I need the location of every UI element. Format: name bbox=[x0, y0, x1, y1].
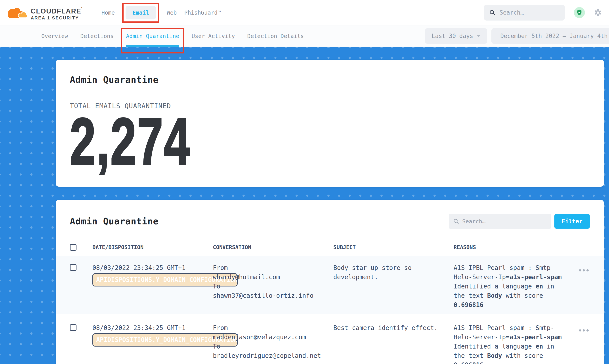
table-row: 08/03/2022 23:34:25 GMT+1 From whardy@ho… bbox=[56, 256, 604, 314]
to-address[interactable]: bradleyrodriguez@copeland.net bbox=[213, 351, 333, 361]
row-date: 08/03/2022 23:34:25 GMT+1 bbox=[92, 324, 186, 332]
top-bar: CLOUDFLARE’ AREA 1 SECURITY Home Email W… bbox=[0, 0, 609, 26]
cloudflare-logo[interactable]: CLOUDFLARE’ AREA 1 SECURITY bbox=[6, 3, 82, 22]
tab-overview[interactable]: Overview bbox=[41, 32, 68, 41]
date-range-label: December 5th 2022 — January 4th 2023 bbox=[500, 33, 609, 39]
active-tab-underline bbox=[126, 45, 179, 47]
period-selector[interactable]: Last 30 days bbox=[425, 28, 487, 44]
row-actions-button[interactable] bbox=[577, 268, 590, 274]
row-checkbox[interactable] bbox=[70, 324, 77, 331]
brand-name: CLOUDFLARE’ bbox=[31, 5, 82, 15]
reasons-cell: A1S IPBL Pearl spam : Smtp-Helo-Server-I… bbox=[454, 263, 577, 314]
chevron-down-icon bbox=[477, 35, 481, 37]
tab-admin-quarantine-label: Admin Quarantine bbox=[126, 33, 179, 39]
brand-text: CLOUDFLARE’ AREA 1 SECURITY bbox=[31, 5, 82, 21]
table-controls: Filter bbox=[449, 214, 590, 229]
date-controls: Last 30 days December 5th 2022 — January… bbox=[425, 28, 609, 44]
nav-item-email[interactable]: Email bbox=[126, 6, 156, 19]
table-row: 08/03/2022 23:34:25 GMT+1 From maddenjas… bbox=[56, 316, 604, 364]
row-checkbox[interactable] bbox=[70, 264, 77, 271]
row-subject: Best camera identify effect. bbox=[333, 323, 445, 333]
topbar-right-cluster bbox=[484, 5, 602, 21]
search-icon bbox=[453, 218, 459, 225]
to-address[interactable]: shawn37@castillo-ortiz.info bbox=[213, 291, 333, 300]
ellipsis-icon bbox=[579, 269, 589, 272]
tab-user-activity[interactable]: User Activity bbox=[192, 32, 235, 41]
column-header-reasons: REASONS bbox=[454, 244, 577, 250]
reasons-cell: A1S IPBL Pearl spam : Smtp-Helo-Server-I… bbox=[454, 323, 577, 364]
date-cell: 08/03/2022 23:34:25 GMT+1 bbox=[92, 263, 213, 314]
date-range-display[interactable]: December 5th 2022 — January 4th 2023 bbox=[491, 28, 609, 44]
summary-card: Admin Quarantine TOTAL EMAILS QUARANTINE… bbox=[56, 60, 604, 187]
table-card-title: Admin Quarantine bbox=[70, 216, 159, 226]
email-section-nav: Overview Detections Admin Quarantine Use… bbox=[0, 26, 609, 47]
to-label: To bbox=[213, 282, 333, 291]
tab-admin-quarantine[interactable]: Admin Quarantine bbox=[126, 32, 179, 41]
actions-cell bbox=[577, 323, 604, 364]
cloudflare-cloud-icon bbox=[6, 3, 28, 22]
column-header-subject: SUBJECT bbox=[333, 244, 454, 250]
subject-cell: Body star up store so development. bbox=[333, 263, 454, 314]
brand-subtitle: AREA 1 SECURITY bbox=[31, 15, 82, 21]
global-search-input[interactable] bbox=[500, 9, 559, 16]
table-header-row: DATE/DISPOSITION CONVERSATION SUBJECT RE… bbox=[56, 239, 604, 256]
table-search-input[interactable] bbox=[462, 218, 547, 225]
page-content: Admin Quarantine TOTAL EMAILS QUARANTINE… bbox=[0, 47, 609, 364]
row-reasons: A1S IPBL Pearl spam : Smtp-Helo-Server-I… bbox=[454, 323, 566, 364]
actions-cell bbox=[577, 263, 604, 314]
gear-icon[interactable] bbox=[594, 9, 602, 17]
table-card-header: Admin Quarantine Filter bbox=[56, 214, 604, 229]
period-selector-label: Last 30 days bbox=[432, 33, 473, 39]
section-tabs: Overview Detections Admin Quarantine Use… bbox=[41, 32, 304, 41]
global-search[interactable] bbox=[484, 5, 565, 21]
nav-item-home[interactable]: Home bbox=[101, 10, 115, 16]
row-reasons: A1S IPBL Pearl spam : Smtp-Helo-Server-I… bbox=[454, 263, 566, 310]
tab-detection-details[interactable]: Detection Details bbox=[247, 32, 304, 41]
brand-trademark: ’ bbox=[81, 7, 82, 10]
row-actions-button[interactable] bbox=[577, 328, 590, 334]
search-icon bbox=[489, 9, 496, 16]
column-header-conversation: CONVERSATION bbox=[213, 244, 333, 250]
shield-check-icon bbox=[576, 9, 583, 16]
select-all-checkbox[interactable] bbox=[70, 244, 77, 251]
quarantine-table-card: Admin Quarantine Filter DATE/DISPOSITION… bbox=[56, 200, 604, 364]
primary-nav: Home Email Web PhishGuard™ bbox=[101, 3, 221, 23]
conversation-cell: From whardy@hotmail.com To shawn37@casti… bbox=[213, 263, 333, 314]
from-address[interactable]: maddenjason@velazquez.com bbox=[213, 333, 333, 342]
row-date: 08/03/2022 23:34:25 GMT+1 bbox=[92, 264, 186, 272]
to-label: To bbox=[213, 342, 333, 351]
row-subject: Body star up store so development. bbox=[333, 263, 445, 282]
ellipsis-icon bbox=[579, 329, 589, 332]
nav-item-phishguard[interactable]: PhishGuard™ bbox=[184, 10, 221, 16]
from-label: From bbox=[213, 323, 333, 333]
conversation-cell: From maddenjason@velazquez.com To bradle… bbox=[213, 323, 333, 364]
tab-detections[interactable]: Detections bbox=[80, 32, 114, 41]
filter-button[interactable]: Filter bbox=[555, 214, 590, 229]
table-search[interactable] bbox=[449, 214, 551, 229]
security-status-badge[interactable] bbox=[574, 7, 585, 18]
annotation-box-email: Email bbox=[122, 3, 159, 23]
page-title: Admin Quarantine bbox=[70, 75, 590, 85]
metric-value: 2,274 bbox=[70, 114, 191, 169]
from-address[interactable]: whardy@hotmail.com bbox=[213, 273, 333, 282]
subject-cell: Best camera identify effect. bbox=[333, 323, 454, 364]
column-header-date-disposition: DATE/DISPOSITION bbox=[92, 244, 213, 250]
nav-item-web[interactable]: Web bbox=[167, 10, 177, 16]
from-label: From bbox=[213, 263, 333, 273]
